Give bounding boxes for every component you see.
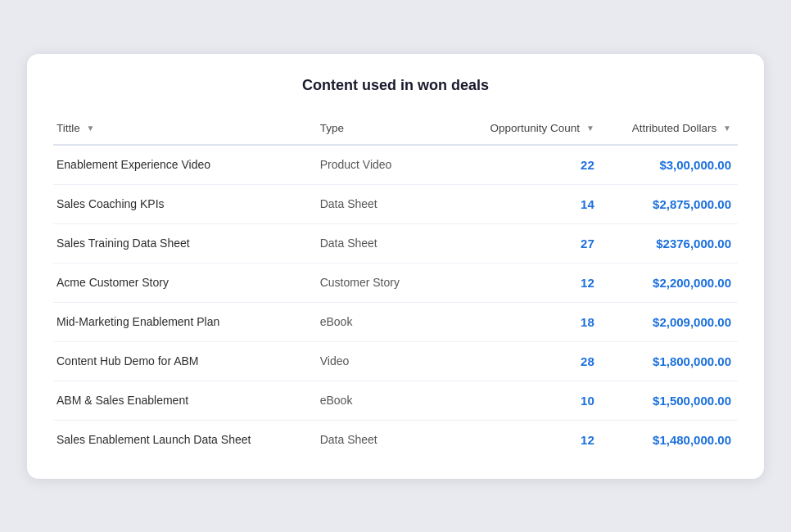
table-row: Sales Training Data SheetData Sheet27$23… [53,223,738,263]
table-row: Enablement Experience VideoProduct Video… [53,145,738,185]
cell-type: eBook [314,302,464,341]
cell-opportunity-count: 22 [464,145,601,185]
content-table: Tittle ▼ Type Opportunity Count ▼ Attrib… [53,114,738,459]
cell-title: Sales Enablement Launch Data Sheet [53,420,314,459]
header-opportunity-count[interactable]: Opportunity Count ▼ [464,114,601,145]
table-row: Acme Customer StoryCustomer Story12$2,20… [53,263,738,302]
cell-type: eBook [314,381,464,420]
cell-opportunity-count: 14 [464,184,601,223]
table-row: Mid-Marketing Enablement PlaneBook18$2,0… [53,302,738,341]
title-sort-icon[interactable]: ▼ [87,124,95,133]
cell-title: Acme Customer Story [53,263,314,302]
cell-attributed-dollars: $2376,000.00 [601,223,738,263]
cell-opportunity-count: 27 [464,223,601,263]
cell-attributed-dollars: $2,875,000.00 [601,184,738,223]
opp-count-sort-icon[interactable]: ▼ [586,124,594,133]
cell-opportunity-count: 18 [464,302,601,341]
cell-opportunity-count: 12 [464,420,601,459]
table-header-row: Tittle ▼ Type Opportunity Count ▼ Attrib… [53,114,738,145]
content-card: Content used in won deals Tittle ▼ Type … [27,54,764,479]
header-attributed-dollars[interactable]: Attributed Dollars ▼ [601,114,738,145]
header-type: Type [314,114,464,145]
table-row: Content Hub Demo for ABMVideo28$1,800,00… [53,341,738,381]
cell-opportunity-count: 10 [464,381,601,420]
cell-title: Content Hub Demo for ABM [53,341,314,381]
cell-opportunity-count: 28 [464,341,601,381]
table-row: Sales Coaching KPIsData Sheet14$2,875,00… [53,184,738,223]
cell-type: Customer Story [314,263,464,302]
cell-attributed-dollars: $2,009,000.00 [601,302,738,341]
cell-attributed-dollars: $3,00,000.00 [601,145,738,185]
cell-title: Enablement Experience Video [53,145,314,185]
cell-attributed-dollars: $1,480,000.00 [601,420,738,459]
cell-type: Product Video [314,145,464,185]
header-title[interactable]: Tittle ▼ [53,114,314,145]
cell-type: Data Sheet [314,223,464,263]
cell-title: Mid-Marketing Enablement Plan [53,302,314,341]
cell-attributed-dollars: $2,200,000.00 [601,263,738,302]
cell-type: Video [314,341,464,381]
cell-attributed-dollars: $1,800,000.00 [601,341,738,381]
dollars-sort-icon[interactable]: ▼ [723,124,731,133]
cell-opportunity-count: 12 [464,263,601,302]
cell-title: Sales Coaching KPIs [53,184,314,223]
table-row: ABM & Sales EnablementeBook10$1,500,000.… [53,381,738,420]
table-row: Sales Enablement Launch Data SheetData S… [53,420,738,459]
cell-type: Data Sheet [314,184,464,223]
card-title: Content used in won deals [53,77,738,94]
cell-type: Data Sheet [314,420,464,459]
table-body: Enablement Experience VideoProduct Video… [53,145,738,459]
cell-title: Sales Training Data Sheet [53,223,314,263]
cell-attributed-dollars: $1,500,000.00 [601,381,738,420]
cell-title: ABM & Sales Enablement [53,381,314,420]
